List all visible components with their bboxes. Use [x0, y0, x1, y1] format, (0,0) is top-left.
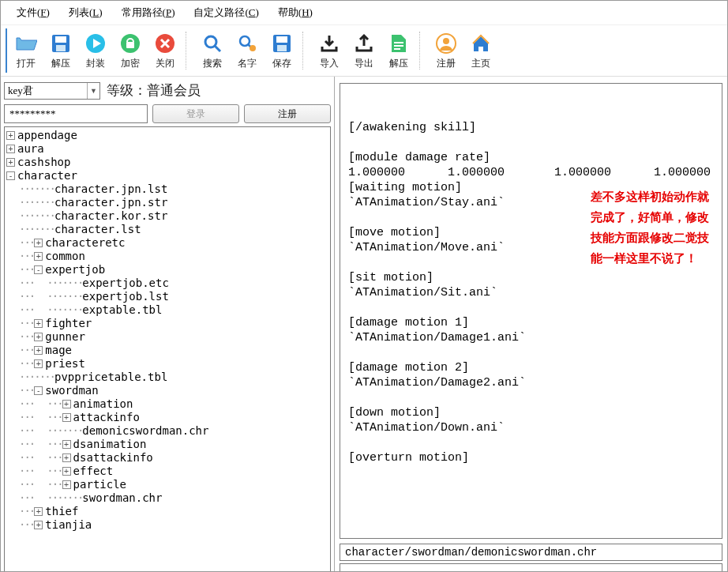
tree-label: expertjob — [45, 263, 105, 276]
tree-node[interactable]: ······+animation — [6, 397, 328, 411]
tree-expander-icon[interactable]: + — [34, 319, 43, 328]
tree-node[interactable]: ·······character.jpn.lst — [6, 183, 328, 196]
tree-expander-icon[interactable]: + — [62, 400, 71, 408]
tb-register[interactable]: 注册 — [429, 28, 462, 73]
tree-expander-icon[interactable]: + — [6, 131, 15, 140]
tb-name[interactable]: 名字 — [230, 28, 263, 73]
tree-expander-icon[interactable]: + — [62, 467, 71, 476]
svg-point-11 — [250, 45, 256, 51]
tree-expander-icon[interactable]: + — [6, 145, 15, 153]
tree-node[interactable]: ·······character.jpn.str — [6, 196, 328, 209]
tree-expander-icon[interactable]: + — [6, 158, 15, 167]
tree-node[interactable]: ······+effect — [6, 465, 328, 478]
tree-node[interactable]: ···-expertjob — [6, 263, 328, 277]
svg-rect-15 — [394, 42, 403, 43]
path-bar[interactable]: character/swordman/demonicswordman.chr — [340, 544, 722, 561]
tree-node[interactable]: ···+characteretc — [6, 236, 328, 250]
tree-scroll[interactable]: +appendage+aura+cashshop-character······… — [5, 127, 330, 572]
tree-label: priest — [45, 357, 85, 370]
tree-node[interactable]: +aura — [6, 142, 328, 156]
tree-node[interactable]: ······+dsattackinfo — [6, 451, 328, 465]
tb-pack[interactable]: 封装 — [78, 28, 111, 73]
username-input[interactable] — [5, 85, 87, 97]
svg-point-7 — [205, 36, 216, 47]
tb-open[interactable]: 打开 — [6, 28, 42, 73]
tree-node[interactable]: ··········demonicswordman.chr — [6, 424, 328, 438]
tree-node[interactable]: +appendage — [6, 129, 328, 142]
tree-label: character.jpn.lst — [54, 183, 167, 195]
tree-node[interactable]: ··········expertjob.etc — [6, 277, 328, 290]
tree-node[interactable]: ··········exptable.tbl — [6, 303, 328, 317]
tree-label: character.lst — [54, 223, 141, 235]
password-input[interactable] — [4, 104, 148, 123]
tree-node[interactable]: ·······character.kor.str — [6, 209, 328, 223]
tree-expander-icon[interactable]: + — [62, 413, 71, 422]
tree-expander-icon[interactable]: + — [34, 359, 43, 368]
text-editor[interactable]: [/awakening skill] [module damage rate] … — [340, 83, 722, 539]
tree-node[interactable]: ···+common — [6, 250, 328, 263]
tree-node[interactable]: ······+attackinfo — [6, 411, 328, 424]
folder-open-icon — [14, 32, 38, 55]
tree-node[interactable]: ·······character.lst — [6, 223, 328, 236]
tb-save[interactable]: 保存 — [265, 28, 298, 73]
tree-expander-icon[interactable]: - — [34, 265, 43, 274]
tree-node[interactable]: ···-swordman — [6, 384, 328, 397]
tb-export[interactable]: 导出 — [347, 28, 380, 73]
login-button[interactable]: 登录 — [152, 104, 239, 123]
tree-expander-icon[interactable]: + — [34, 521, 43, 529]
tb-unpack[interactable]: 解压 — [43, 28, 77, 73]
tree-node[interactable]: ···+thief — [6, 505, 328, 518]
tree-label: character.kor.str — [54, 209, 167, 222]
tree-expander-icon[interactable]: + — [34, 333, 43, 341]
register-button[interactable]: 注册 — [244, 104, 331, 123]
tree-node[interactable]: ···+priest — [6, 357, 328, 371]
tree-expander-icon[interactable]: + — [62, 453, 71, 462]
tree-expander-icon[interactable]: + — [34, 507, 43, 516]
tree-label: expertjob.etc — [82, 277, 169, 289]
svg-rect-1 — [55, 36, 66, 43]
lock-circle-icon — [118, 32, 142, 55]
tree-expander-icon[interactable]: + — [34, 346, 43, 355]
tree-node[interactable]: ···+fighter — [6, 317, 328, 330]
editor-content: [/awakening skill] [module damage rate] … — [348, 120, 714, 465]
tree-label: cashshop — [17, 156, 70, 168]
tree-node[interactable]: ···+mage — [6, 344, 328, 357]
tree-label: exptable.tbl — [82, 303, 162, 316]
bottom-strip — [340, 563, 722, 572]
tree-expander-icon[interactable]: + — [34, 239, 43, 247]
tree-node[interactable]: ······+dsanimation — [6, 438, 328, 451]
floppy-save-icon — [49, 32, 73, 55]
menu-list[interactable]: 列表(L) — [59, 3, 112, 22]
menu-help[interactable]: 帮助(H) — [268, 3, 322, 22]
tree-node[interactable]: ···+tianjia — [6, 518, 328, 532]
tree-node[interactable]: ······+particle — [6, 478, 328, 491]
tb-close[interactable]: 关闭 — [148, 28, 181, 73]
tree-node[interactable]: ·······pvppricetable.tbl — [6, 371, 328, 384]
tree-label: effect — [73, 465, 114, 477]
tree-expander-icon[interactable]: + — [34, 252, 43, 261]
tb-encrypt[interactable]: 加密 — [113, 28, 146, 73]
user-circle-icon — [434, 32, 458, 55]
tree-expander-icon[interactable]: - — [34, 386, 43, 395]
tree-node[interactable]: ···+gunner — [6, 330, 328, 344]
play-circle-icon — [84, 32, 107, 55]
tree-expander-icon[interactable]: + — [62, 480, 71, 489]
tb-search[interactable]: 搜索 — [195, 28, 228, 73]
tb-import[interactable]: 导入 — [312, 28, 345, 73]
tree-expander-icon[interactable]: - — [6, 171, 15, 180]
chevron-down-icon[interactable]: ▼ — [87, 83, 99, 99]
username-combo[interactable]: ▼ — [4, 82, 100, 100]
menu-common-path[interactable]: 常用路径(P) — [112, 3, 185, 22]
tb-unpack2[interactable]: 解压 — [381, 28, 415, 73]
tree-label: attackinfo — [73, 411, 140, 423]
annotation-overlay: 差不多这样初始动作就完成了，好简单，修改技能方面跟修改二觉技能一样这里不说了！ — [591, 186, 709, 269]
tree-node[interactable]: +cashshop — [6, 156, 328, 169]
tree-node[interactable]: -character — [6, 169, 328, 183]
tree-node[interactable]: ··········expertjob.lst — [6, 290, 328, 303]
tree-node[interactable]: ··········swordman.chr — [6, 491, 328, 505]
menu-custom-path[interactable]: 自定义路径(C) — [184, 3, 268, 22]
tree-expander-icon[interactable]: + — [62, 440, 71, 449]
tb-home[interactable]: 主页 — [463, 28, 497, 73]
menu-file[interactable]: 文件(F) — [7, 3, 59, 22]
import-icon — [317, 32, 341, 55]
